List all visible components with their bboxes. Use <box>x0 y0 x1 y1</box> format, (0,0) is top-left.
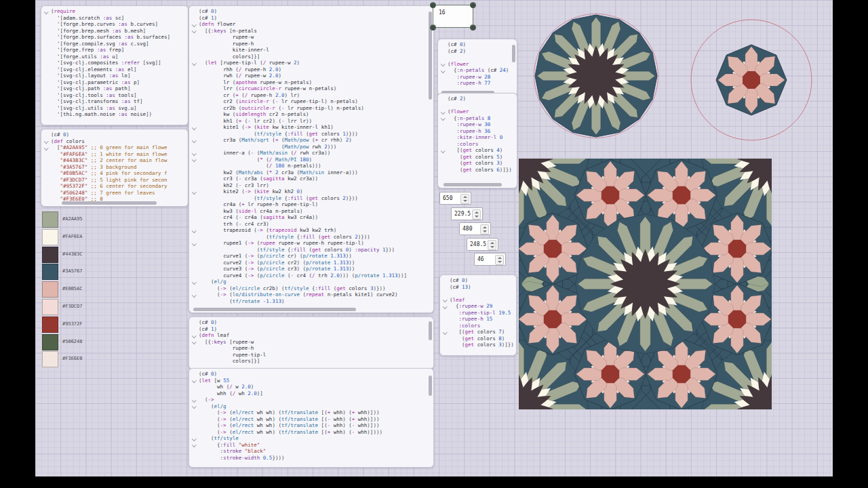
color-swatch <box>42 247 58 263</box>
fold-chevron-icon[interactable] <box>192 293 196 297</box>
fold-chevron-icon[interactable] <box>192 340 196 344</box>
fold-chevron-icon[interactable] <box>192 190 196 194</box>
number-input[interactable]: 480 <box>459 222 491 235</box>
number-widget-box[interactable]: 16 <box>433 5 473 28</box>
fold-chevron-icon[interactable] <box>192 125 196 129</box>
number-stepper[interactable] <box>480 224 489 235</box>
fold-chevron-icon[interactable] <box>441 148 445 152</box>
vertical-scrollbar[interactable] <box>512 45 515 62</box>
fold-chevron-icon[interactable] <box>192 436 196 441</box>
fold-chevron-icon[interactable] <box>44 146 48 150</box>
fold-chevron-icon[interactable] <box>192 241 196 245</box>
number-input[interactable]: 650 <box>439 192 471 205</box>
stepper-up-icon[interactable] <box>475 211 479 214</box>
code-line: (def colors <box>43 138 186 145</box>
code-cell-flower_call_main[interactable]: (c# 0)(c# 2)(flower {:n-petals (c# 24) :… <box>437 39 517 96</box>
number-stepper[interactable] <box>472 209 481 220</box>
stepper-down-icon[interactable] <box>483 230 487 232</box>
fold-chevron-icon[interactable] <box>44 9 48 14</box>
fold-chevron-icon[interactable] <box>192 443 196 447</box>
fold-chevron-icon[interactable] <box>192 22 196 26</box>
code-line: '[forge.frep :as frep] <box>43 47 186 54</box>
selection-handle[interactable] <box>470 24 476 30</box>
color-swatch-label: #3A5767 <box>62 268 83 274</box>
fold-chevron-icon[interactable] <box>192 398 196 402</box>
stepper-up-icon[interactable] <box>498 257 502 259</box>
code-cell-quad_rect[interactable]: (c# 0)(let [w 55 wh (/ w 2.0) whh (/ wh … <box>189 368 434 468</box>
fold-chevron-icon[interactable] <box>192 228 196 232</box>
vertical-scrollbar[interactable] <box>429 321 432 340</box>
horizontal-scrollbar[interactable] <box>62 201 157 205</box>
number-stepper[interactable] <box>488 240 496 250</box>
fold-chevron-icon[interactable] <box>441 116 445 120</box>
color-swatch-label: #F3DCD7 <box>62 304 83 309</box>
stepper-down-icon[interactable] <box>463 200 467 202</box>
code-cell-flower_defn[interactable]: (c# 0)(c# 1)(defn flower [{:keys [n-peta… <box>189 5 434 313</box>
code-line: cr (+ (/ rupee-h 2.0) lr) <box>191 92 432 99</box>
code-cell-leaf_call[interactable]: (c# 0)(c# 13)(leaf {:rupee-w 29 :rupee-t… <box>439 274 517 356</box>
code-cell-colors[interactable]: (c# 0)(def colors ["#A2AA95" ;; 0 green … <box>41 129 189 207</box>
stepper-up-icon[interactable] <box>463 196 467 198</box>
number-stepper[interactable] <box>460 194 469 204</box>
code-line: (Math/pow rwh 2))) <box>191 144 432 150</box>
color-swatch-label: #E0B5AC <box>62 286 83 291</box>
horizontal-scrollbar[interactable] <box>193 308 356 311</box>
code-line: curve4 (-> (p/circle (- cr4 (/ trh 2.0))… <box>191 272 432 279</box>
horizontal-scrollbar[interactable] <box>443 183 502 186</box>
code-line: '[forge.brep.mesh :as b.mesh] <box>43 28 186 35</box>
code-line: :rupee-tip-l 19.5 <box>441 310 515 317</box>
small-flower-figure <box>689 18 815 144</box>
fold-chevron-icon[interactable] <box>441 68 445 73</box>
fold-chevron-icon[interactable] <box>441 110 445 114</box>
code-cell-leaf_defn[interactable]: (c# 0)(c# 1)(defn leaf [{:keys [rupee-w … <box>189 317 434 369</box>
code-line: (c# 0) <box>191 319 432 326</box>
code-line: (tf/style {:fill (get colors 0) :opacity… <box>191 247 432 253</box>
fold-chevron-icon[interactable] <box>192 157 196 161</box>
fold-chevron-icon[interactable] <box>443 304 447 308</box>
code-line: '[forge.brep.surfaces :as b.surfaces] <box>43 34 186 41</box>
color-swatch <box>42 264 58 280</box>
code-line: lrr (circumcircle-r rupee-w n-petals) <box>191 85 432 92</box>
number-widget-value: 16 <box>439 9 446 16</box>
fold-chevron-icon[interactable] <box>443 330 447 334</box>
code-line: cr3 (- cr3a (sagitta kw2 cr3a)) <box>191 176 432 182</box>
fold-chevron-icon[interactable] <box>192 151 196 155</box>
fold-chevron-icon[interactable] <box>192 138 196 142</box>
code-line: :rupee-w 28 <box>439 74 515 81</box>
fold-chevron-icon[interactable] <box>441 62 445 66</box>
fold-chevron-icon[interactable] <box>192 404 196 408</box>
code-cell-flower_call_small[interactable]: (c# 2)(flower {:n-petals 8 :rupee-w 30 :… <box>437 93 517 188</box>
stepper-down-icon[interactable] <box>475 216 479 218</box>
vertical-scrollbar[interactable] <box>429 375 432 396</box>
selection-handle[interactable] <box>430 2 436 8</box>
number-input[interactable]: 248.5 <box>467 238 498 251</box>
code-line: "#3A5767" ;; 3 background <box>43 164 186 171</box>
code-line: (c# 1) <box>191 326 432 333</box>
stepper-up-icon[interactable] <box>483 226 487 228</box>
stepper-down-icon[interactable] <box>490 246 494 248</box>
fold-chevron-icon[interactable] <box>192 378 196 382</box>
fold-chevron-icon[interactable] <box>192 333 196 338</box>
number-stepper[interactable] <box>495 255 504 265</box>
stepper-down-icon[interactable] <box>498 261 502 263</box>
selection-handle[interactable] <box>430 24 436 30</box>
fold-chevron-icon[interactable] <box>192 61 196 65</box>
code-line: trh (- cr4 cr3) <box>191 221 432 228</box>
selection-handle[interactable] <box>470 2 476 8</box>
number-input[interactable]: 46 <box>474 253 506 266</box>
stepper-up-icon[interactable] <box>490 242 494 244</box>
code-line: kh2 (- cr3 lrr) <box>191 182 432 189</box>
fold-chevron-icon[interactable] <box>443 298 447 302</box>
code-line: (get colors 5) <box>439 154 515 161</box>
code-line: (tf/rotate -1.313) <box>191 298 432 305</box>
fold-chevron-icon[interactable] <box>192 280 196 284</box>
code-line: cr4a (+ lr rupee-h rupee-tip-l) <box>191 201 432 208</box>
selected-number-widget[interactable]: 16 <box>430 2 476 30</box>
code-line: cr3a (Math/sqrt (+ (Math/pow (+ cr rhh) … <box>191 137 432 144</box>
code-line: (-> (el/rect wh wh) (tf/translate [(+ wh… <box>191 429 432 436</box>
fold-chevron-icon[interactable] <box>192 28 196 33</box>
tile-pattern-figure <box>519 159 772 409</box>
code-cell-require[interactable]: (require '[adam.scratch :as sc] '[forge.… <box>41 5 189 125</box>
fold-chevron-icon[interactable] <box>44 139 48 143</box>
number-input[interactable]: 229.5 <box>451 207 483 220</box>
